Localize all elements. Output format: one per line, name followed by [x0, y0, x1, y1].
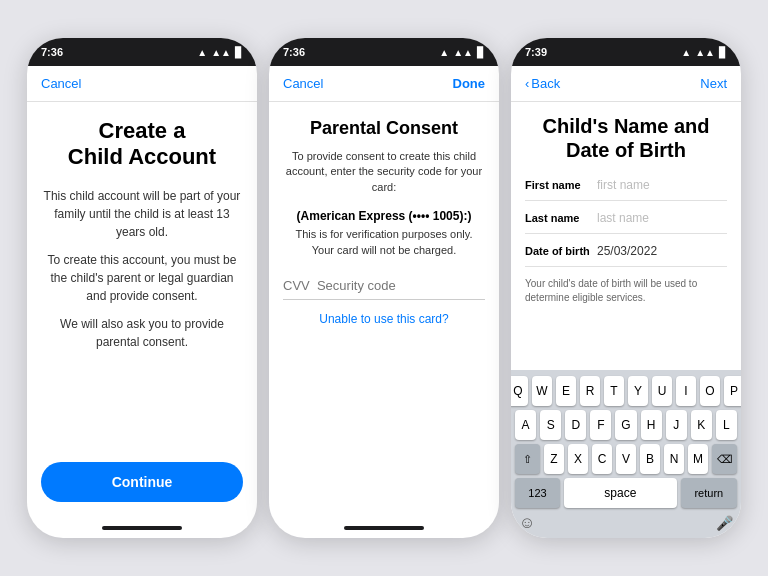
status-icons-1: ▲ ▲▲ ▊ — [197, 47, 243, 58]
phone-screen-2: 7:36 ▲ ▲▲ ▊ Cancel Done Parental Consent… — [269, 38, 499, 538]
first-name-value[interactable]: first name — [597, 178, 727, 192]
keyboard-row-1: Q W E R T Y U I O P — [515, 376, 737, 406]
screen1-title: Create a Child Account — [41, 118, 243, 171]
wifi-icon-3: ▲▲ — [695, 47, 715, 58]
key-space[interactable]: space — [564, 478, 677, 508]
keyboard: Q W E R T Y U I O P A S D F G H J K L ⇧ … — [511, 370, 741, 538]
key-numbers[interactable]: 123 — [515, 478, 560, 508]
keyboard-row-3: ⇧ Z X C V B N M ⌫ — [515, 444, 737, 474]
first-name-label: First name — [525, 179, 597, 191]
screen3-title: Child's Name and Date of Birth — [525, 114, 727, 162]
key-i[interactable]: I — [676, 376, 696, 406]
unable-link[interactable]: Unable to use this card? — [283, 312, 485, 326]
key-g[interactable]: G — [615, 410, 636, 440]
home-bar-2 — [344, 526, 424, 530]
last-name-label: Last name — [525, 212, 597, 224]
home-bar-1 — [102, 526, 182, 530]
cancel-button-1[interactable]: Cancel — [41, 76, 81, 91]
nav-bar-2: Cancel Done — [269, 66, 499, 102]
home-indicator-1 — [27, 518, 257, 538]
key-a[interactable]: A — [515, 410, 536, 440]
screen2-body: To provide consent to create this child … — [283, 149, 485, 195]
status-time-1: 7:36 — [41, 46, 63, 58]
screen2-card-info: (American Express (•••• 1005):) — [283, 209, 485, 223]
done-button[interactable]: Done — [453, 76, 486, 91]
phone-screen-1: 7:36 ▲ ▲▲ ▊ Cancel Create a Child Accoun… — [27, 38, 257, 538]
key-k[interactable]: K — [691, 410, 712, 440]
key-z[interactable]: Z — [544, 444, 564, 474]
next-button[interactable]: Next — [700, 76, 727, 91]
key-d[interactable]: D — [565, 410, 586, 440]
status-bar-2: 7:36 ▲ ▲▲ ▊ — [269, 38, 499, 66]
screen3-content: Child's Name and Date of Birth First nam… — [511, 102, 741, 370]
key-s[interactable]: S — [540, 410, 561, 440]
key-r[interactable]: R — [580, 376, 600, 406]
last-name-row: Last name last name — [525, 211, 727, 234]
first-name-row: First name first name — [525, 178, 727, 201]
key-n[interactable]: N — [664, 444, 684, 474]
key-c[interactable]: C — [592, 444, 612, 474]
key-q[interactable]: Q — [511, 376, 528, 406]
key-m[interactable]: M — [688, 444, 708, 474]
status-icons-3: ▲ ▲▲ ▊ — [681, 47, 727, 58]
keyboard-bottom-row: ☺ 🎤 — [515, 512, 737, 534]
screen1-content: Create a Child Account This child accoun… — [27, 102, 257, 518]
keyboard-row-2: A S D F G H J K L — [515, 410, 737, 440]
status-time-3: 7:39 — [525, 46, 547, 58]
screen1-body3: We will also ask you to provide parental… — [41, 315, 243, 351]
key-y[interactable]: Y — [628, 376, 648, 406]
key-f[interactable]: F — [590, 410, 611, 440]
key-h[interactable]: H — [641, 410, 662, 440]
screen1-body1: This child account will be part of your … — [41, 187, 243, 241]
phone-screen-3: 7:39 ▲ ▲▲ ▊ ‹ Back Next Child's Name and… — [511, 38, 741, 538]
battery-icon-2: ▊ — [477, 47, 485, 58]
dob-value[interactable]: 25/03/2022 — [597, 244, 727, 258]
nav-bar-1: Cancel — [27, 66, 257, 102]
status-bar-3: 7:39 ▲ ▲▲ ▊ — [511, 38, 741, 66]
signal-icon: ▲ — [197, 47, 207, 58]
mic-key[interactable]: 🎤 — [716, 515, 733, 531]
battery-icon: ▊ — [235, 47, 243, 58]
key-e[interactable]: E — [556, 376, 576, 406]
cancel-button-2[interactable]: Cancel — [283, 76, 323, 91]
key-t[interactable]: T — [604, 376, 624, 406]
battery-icon-3: ▊ — [719, 47, 727, 58]
status-bar-1: 7:36 ▲ ▲▲ ▊ — [27, 38, 257, 66]
status-icons-2: ▲ ▲▲ ▊ — [439, 47, 485, 58]
wifi-icon-2: ▲▲ — [453, 47, 473, 58]
key-o[interactable]: O — [700, 376, 720, 406]
dob-label: Date of birth — [525, 245, 597, 257]
home-indicator-2 — [269, 518, 499, 538]
dob-note: Your child's date of birth will be used … — [525, 277, 727, 305]
chevron-left-icon: ‹ — [525, 76, 529, 91]
nav-bar-3: ‹ Back Next — [511, 66, 741, 102]
screen2-note: This is for verification purposes only. … — [283, 227, 485, 258]
key-return[interactable]: return — [681, 478, 737, 508]
key-w[interactable]: W — [532, 376, 552, 406]
key-j[interactable]: J — [666, 410, 687, 440]
key-shift[interactable]: ⇧ — [515, 444, 540, 474]
signal-icon-3: ▲ — [681, 47, 691, 58]
key-l[interactable]: L — [716, 410, 737, 440]
key-x[interactable]: X — [568, 444, 588, 474]
continue-button[interactable]: Continue — [41, 462, 243, 502]
screen2-content: Parental Consent To provide consent to c… — [269, 102, 499, 518]
last-name-value[interactable]: last name — [597, 211, 727, 225]
dob-row: Date of birth 25/03/2022 — [525, 244, 727, 267]
status-time-2: 7:36 — [283, 46, 305, 58]
emoji-key[interactable]: ☺ — [519, 514, 535, 532]
key-p[interactable]: P — [724, 376, 741, 406]
keyboard-row-4: 123 space return — [515, 478, 737, 508]
back-button[interactable]: ‹ Back — [525, 76, 560, 91]
wifi-icon: ▲▲ — [211, 47, 231, 58]
signal-icon-2: ▲ — [439, 47, 449, 58]
key-delete[interactable]: ⌫ — [712, 444, 737, 474]
screen1-body2: To create this account, you must be the … — [41, 251, 243, 305]
key-b[interactable]: B — [640, 444, 660, 474]
key-v[interactable]: V — [616, 444, 636, 474]
screen2-title: Parental Consent — [283, 118, 485, 139]
key-u[interactable]: U — [652, 376, 672, 406]
cvv-input[interactable] — [283, 272, 485, 300]
